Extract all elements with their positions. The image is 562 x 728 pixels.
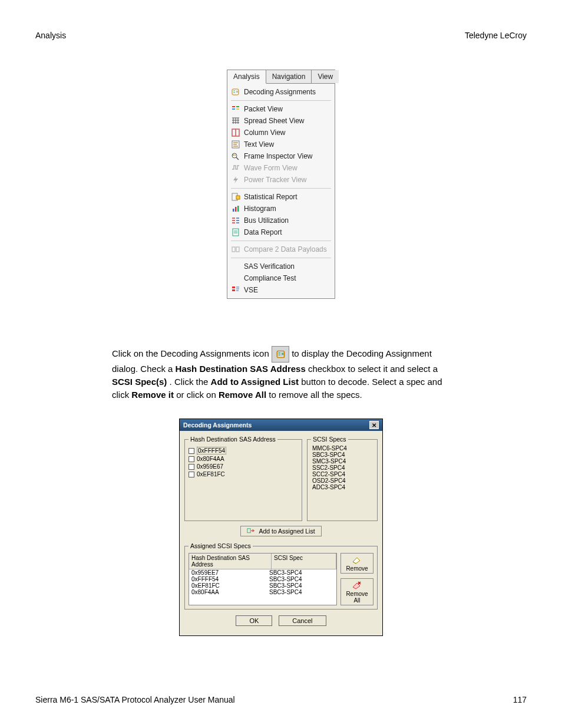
menu-item-stat-report[interactable]: Statistical Report bbox=[227, 191, 335, 203]
menu-item-histogram[interactable]: Histogram bbox=[227, 203, 335, 215]
assigned-scsi-group: Assigned SCSI Specs Hash Destination SAS… bbox=[184, 542, 378, 610]
menu-item-label: Histogram bbox=[244, 205, 331, 213]
column-view-icon bbox=[231, 128, 240, 137]
menu-item-column-view[interactable]: Column View bbox=[227, 127, 335, 139]
para-bold: SCSI Spec(s) bbox=[112, 377, 167, 387]
menu-item-decoding-assignments[interactable]: Decoding Assignments bbox=[227, 86, 335, 98]
checkbox-icon[interactable] bbox=[189, 464, 194, 470]
remove-label: Remove bbox=[346, 565, 368, 572]
menu-item-sas-verification[interactable]: SAS Verification bbox=[227, 261, 335, 272]
cell-address: 0x959EE7 bbox=[191, 569, 269, 576]
table-row[interactable]: 0x959EE7SBC3-SPC4 bbox=[189, 569, 336, 576]
scsi-spec-item[interactable]: SSC2-SPC4 bbox=[312, 465, 372, 471]
scsi-spec-item[interactable]: ADC3-SPC4 bbox=[312, 484, 372, 490]
text-view-icon bbox=[231, 140, 240, 149]
para-bold: Hash Destination SAS Address bbox=[176, 364, 306, 374]
menu-item-label: Data Report bbox=[244, 228, 331, 236]
svg-rect-16 bbox=[237, 206, 239, 212]
table-header-address: Hash Destination SAS Address bbox=[189, 554, 272, 569]
data-report-icon bbox=[231, 228, 240, 237]
svg-rect-21 bbox=[232, 289, 235, 291]
header-left: Analysis bbox=[35, 31, 66, 40]
footer-left: Sierra M6-1 SAS/SATA Protocol Analyzer U… bbox=[35, 695, 235, 704]
menu-item-label: Bus Utilization bbox=[244, 216, 331, 225]
table-row[interactable]: 0xFFFF54SBC3-SPC4 bbox=[189, 576, 336, 582]
decoding-icon bbox=[231, 87, 240, 97]
scsi-spec-item[interactable]: SBC3-SPC4 bbox=[312, 452, 372, 458]
eraser-icon bbox=[351, 555, 363, 564]
scsi-spec-item[interactable]: MMC6-SPC4 bbox=[312, 445, 372, 452]
svg-rect-13 bbox=[236, 196, 240, 199]
menu-item-label: Power Tracker View bbox=[244, 176, 331, 184]
svg-rect-23 bbox=[247, 529, 250, 533]
remove-button[interactable]: Remove bbox=[340, 553, 373, 574]
para-text: to remove all the specs. bbox=[269, 390, 362, 400]
menu-item-label: Statistical Report bbox=[244, 193, 331, 201]
menu-item-vse[interactable]: VSE bbox=[227, 284, 335, 296]
hash-checkbox-item[interactable]: 0xEF81FC bbox=[189, 470, 298, 478]
cell-address: 0x80F4AA bbox=[191, 589, 269, 595]
remove-all-label: Remove All bbox=[342, 591, 372, 604]
para-text: or click on bbox=[176, 390, 219, 400]
table-row[interactable]: 0xEF81FCSBC3-SPC4 bbox=[189, 582, 336, 589]
checkbox-icon[interactable] bbox=[189, 448, 194, 454]
checkbox-icon[interactable] bbox=[189, 472, 194, 477]
checkbox-icon[interactable] bbox=[189, 456, 194, 462]
menu-item-label: Column View bbox=[244, 129, 331, 137]
eraser-red-icon bbox=[351, 580, 363, 589]
scsi-spec-item[interactable]: SMC3-SPC4 bbox=[312, 458, 372, 465]
scsi-legend: SCSI Specs bbox=[311, 436, 348, 443]
menu-item-label: Frame Inspector View bbox=[244, 152, 331, 160]
menu-item-spreadsheet[interactable]: Spread Sheet View bbox=[227, 115, 335, 127]
tab-view[interactable]: View bbox=[312, 70, 339, 83]
menu-item-data-report[interactable]: Data Report bbox=[227, 226, 335, 238]
menu-item-label: Compliance Test bbox=[244, 274, 331, 282]
packet-view-icon bbox=[231, 104, 240, 114]
menu-item-bus-util[interactable]: Bus Utilization bbox=[227, 215, 335, 226]
svg-line-9 bbox=[236, 157, 239, 160]
menu-item-waveform: Wave Form View bbox=[227, 162, 335, 174]
scsi-spec-item[interactable]: SCC2-SPC4 bbox=[312, 471, 372, 477]
svg-rect-20 bbox=[232, 286, 235, 288]
para-text: . Click the bbox=[170, 377, 211, 387]
hash-label: 0xEF81FC bbox=[197, 471, 225, 477]
tab-analysis[interactable]: Analysis bbox=[227, 70, 266, 84]
svg-rect-18 bbox=[232, 247, 235, 252]
cancel-button[interactable]: Cancel bbox=[279, 615, 326, 626]
blank-icon bbox=[231, 274, 240, 283]
assigned-legend: Assigned SCSI Specs bbox=[189, 542, 253, 549]
menu-item-label: Text View bbox=[244, 140, 331, 149]
waveform-icon bbox=[231, 163, 240, 173]
spreadsheet-icon bbox=[231, 116, 240, 126]
frame-inspector-icon bbox=[231, 151, 240, 161]
hash-checkbox-item[interactable]: 0x959E67 bbox=[189, 463, 298, 470]
add-to-assigned-button[interactable]: Add to Assigned List bbox=[240, 526, 321, 536]
cell-spec: SBC3-SPC4 bbox=[269, 569, 334, 576]
svg-rect-1 bbox=[232, 106, 235, 107]
table-header-spec: SCSI Spec bbox=[272, 554, 336, 569]
menu-item-frame-inspector[interactable]: Frame Inspector View bbox=[227, 150, 335, 162]
cell-address: 0xEF81FC bbox=[191, 582, 269, 589]
vse-icon bbox=[231, 285, 240, 295]
hash-checkbox-item[interactable]: 0x80F4AA bbox=[189, 455, 298, 463]
cell-spec: SBC3-SPC4 bbox=[269, 582, 334, 589]
remove-all-button[interactable]: Remove All bbox=[340, 578, 373, 605]
menu-item-label: Spread Sheet View bbox=[244, 117, 331, 125]
scsi-spec-item[interactable]: OSD2-SPC4 bbox=[312, 477, 372, 484]
header-right: Teledyne LeCroy bbox=[465, 31, 527, 40]
svg-rect-4 bbox=[236, 108, 239, 110]
hash-checkbox-item[interactable]: 0xFFFF54 bbox=[189, 446, 298, 455]
menu-item-label: Decoding Assignments bbox=[244, 88, 331, 96]
blank-icon bbox=[231, 262, 240, 271]
close-icon[interactable]: ✕ bbox=[369, 421, 379, 429]
histogram-icon bbox=[231, 204, 240, 213]
svg-rect-3 bbox=[236, 106, 239, 107]
ok-button[interactable]: OK bbox=[236, 615, 272, 626]
menu-item-text-view[interactable]: Text View bbox=[227, 139, 335, 150]
menu-item-compliance-test[interactable]: Compliance Test bbox=[227, 272, 335, 284]
svg-rect-2 bbox=[232, 108, 235, 110]
svg-rect-14 bbox=[233, 209, 234, 212]
tab-navigation[interactable]: Navigation bbox=[266, 70, 312, 83]
table-row[interactable]: 0x80F4AASBC3-SPC4 bbox=[189, 589, 336, 595]
menu-item-packet-view[interactable]: Packet View bbox=[227, 103, 335, 115]
